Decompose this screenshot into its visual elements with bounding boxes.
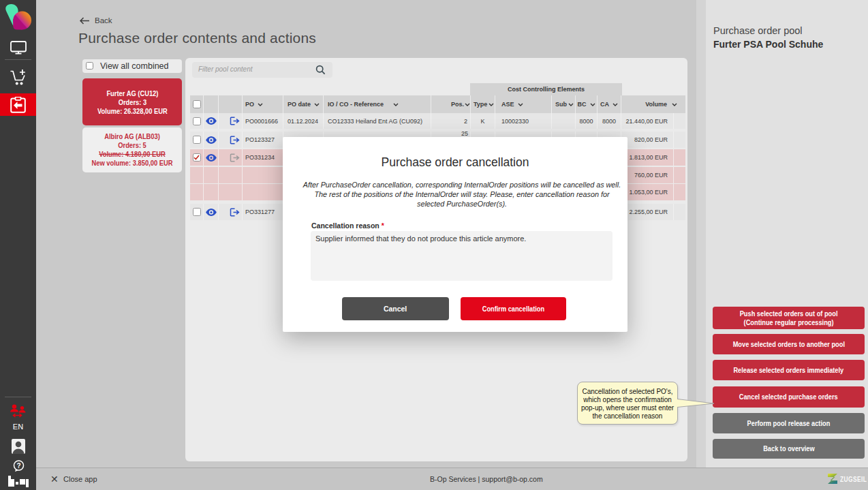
svg-text:?: ? — [16, 462, 20, 470]
